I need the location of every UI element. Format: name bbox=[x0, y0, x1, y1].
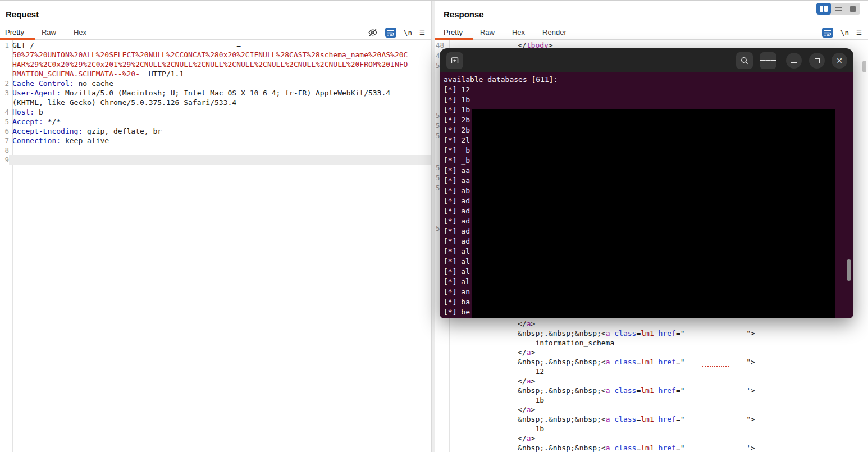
search-icon[interactable] bbox=[736, 52, 753, 69]
burp-repeater-view: Request PrettyRawHex \n bbox=[0, 0, 868, 452]
menu-icon[interactable] bbox=[760, 52, 776, 69]
code-line: &nbsp;.&nbsp;&nbsp;<a class=lm1 href=" "… bbox=[435, 328, 860, 338]
show-newlines-icon[interactable]: \n bbox=[840, 29, 849, 37]
redaction-overlay bbox=[472, 109, 835, 318]
request-panel-title: Request bbox=[6, 10, 39, 19]
code-line: 12 bbox=[435, 367, 860, 376]
response-scrollbar[interactable] bbox=[862, 41, 867, 452]
terminal-titlebar[interactable]: ✕ bbox=[440, 48, 853, 72]
minimize-icon[interactable] bbox=[786, 53, 802, 69]
code-line: 4Host: b bbox=[0, 107, 431, 117]
code-line: </a> bbox=[435, 348, 860, 357]
terminal-output[interactable]: available databases [611]: [*] 12[*] 1b[… bbox=[440, 72, 853, 318]
show-newlines-icon[interactable]: \n bbox=[404, 29, 412, 37]
code-line: (KHTML, like Gecko) Chrome/5.0.375.126 S… bbox=[0, 98, 431, 107]
new-tab-icon[interactable] bbox=[446, 52, 463, 69]
code-line: 2Cache-Control: no-cache bbox=[0, 79, 431, 88]
terminal-scrollbar-thumb[interactable] bbox=[847, 259, 851, 281]
code-line: &nbsp;.&nbsp;&nbsp;<a class=lm1 href=" '… bbox=[435, 386, 860, 395]
code-line: information_schema bbox=[435, 338, 860, 348]
editor-menu-icon[interactable]: ≡ bbox=[856, 28, 862, 38]
editor-menu-icon[interactable]: ≡ bbox=[419, 28, 425, 38]
terminal-line: [*] 12 bbox=[444, 85, 853, 95]
maximize-icon[interactable] bbox=[809, 53, 825, 69]
code-line: 9 bbox=[0, 155, 431, 165]
active-tab-underline bbox=[0, 38, 35, 40]
word-wrap-icon[interactable] bbox=[822, 28, 833, 38]
code-line: &nbsp;.&nbsp;&nbsp;<a class=lm1 href=" '… bbox=[435, 443, 860, 452]
response-toolbar: \n ≡ bbox=[822, 26, 862, 39]
request-toolbar: \n ≡ bbox=[368, 26, 425, 39]
request-editor[interactable]: 1GET / =50%27%20UNION%20ALL%20SELECT%20N… bbox=[0, 40, 431, 452]
request-tabbar: PrettyRawHex bbox=[0, 25, 431, 40]
panel-splitter[interactable] bbox=[431, 1, 435, 452]
code-line: 3User-Agent: Mozilla/5.0 (Macintosh; U; … bbox=[0, 88, 431, 98]
terminal-window: ✕ available databases [611]: [*] 12[*] 1… bbox=[440, 48, 853, 318]
code-line: 8 bbox=[0, 145, 431, 155]
tab-pretty[interactable]: Pretty bbox=[444, 28, 463, 36]
code-line: 1GET / = bbox=[0, 40, 431, 50]
code-line: HAR%29%2C0x20%29%2C0x201%29%2CNULL%2CNUL… bbox=[0, 60, 431, 69]
word-wrap-icon[interactable] bbox=[385, 28, 396, 38]
request-panel: Request PrettyRawHex \n bbox=[0, 1, 431, 452]
code-line: 6Accept-Encoding: gzip, deflate, br bbox=[0, 126, 431, 136]
close-icon[interactable]: ✕ bbox=[832, 53, 847, 69]
code-line: 1b bbox=[435, 424, 860, 433]
code-line: 7Connection: keep-alive bbox=[0, 136, 431, 145]
tab-raw[interactable]: Raw bbox=[480, 28, 495, 36]
layout-rows-button[interactable] bbox=[831, 3, 846, 15]
code-line: &nbsp;.&nbsp;&nbsp;<a class=lm1 href=" "… bbox=[435, 414, 860, 424]
response-panel-title: Response bbox=[444, 10, 484, 19]
code-line: </a> bbox=[435, 433, 860, 443]
layout-columns-button[interactable] bbox=[816, 3, 831, 15]
code-line: &nbsp;.&nbsp;&nbsp;<a class=lm1 href=" "… bbox=[435, 357, 860, 367]
code-line: </a> bbox=[435, 405, 860, 414]
response-editor-tail[interactable]: </a>&nbsp;.&nbsp;&nbsp;<a class=lm1 href… bbox=[435, 319, 860, 452]
hide-nonprintable-icon[interactable] bbox=[368, 28, 378, 37]
tab-raw[interactable]: Raw bbox=[42, 28, 56, 36]
layout-single-button[interactable] bbox=[846, 3, 860, 15]
terminal-line: [*] 1b bbox=[444, 95, 853, 105]
active-tab-underline bbox=[435, 38, 473, 40]
code-line: </a> bbox=[435, 319, 860, 328]
scrollbar-thumb[interactable] bbox=[862, 61, 866, 72]
response-tabbar: PrettyRawHexRender bbox=[435, 25, 868, 40]
code-line: 50%27%20UNION%20ALL%20SELECT%20NULL%2CCO… bbox=[0, 50, 431, 60]
code-line: 1b bbox=[435, 395, 860, 405]
code-line: RMATION_SCHEMA.SCHEMATA--%20- HTTP/1.1 bbox=[0, 69, 431, 79]
code-line: </a> bbox=[435, 376, 860, 386]
tab-pretty[interactable]: Pretty bbox=[5, 28, 24, 36]
tab-hex[interactable]: Hex bbox=[512, 28, 525, 36]
code-line: 5Accept: */* bbox=[0, 117, 431, 126]
tab-render[interactable]: Render bbox=[542, 28, 567, 36]
terminal-line: available databases [611]: bbox=[444, 75, 853, 85]
tab-hex[interactable]: Hex bbox=[74, 28, 86, 36]
layout-toggle-group bbox=[816, 3, 860, 15]
